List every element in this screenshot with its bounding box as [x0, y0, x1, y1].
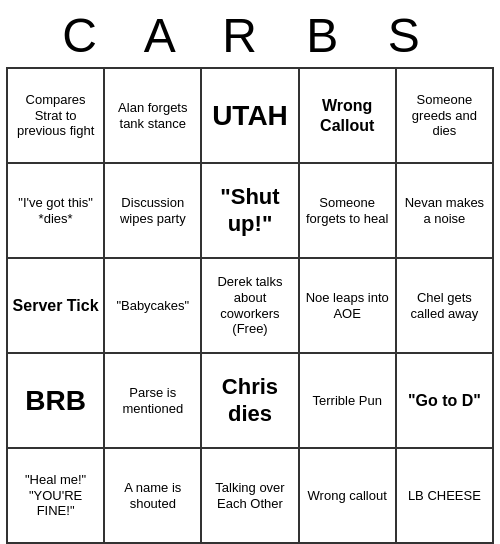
bingo-cell-10[interactable]: Server Tick: [8, 259, 105, 354]
bingo-cell-20[interactable]: "Heal me!" "YOU'RE FINE!": [8, 449, 105, 544]
bingo-title: C A R B S: [0, 0, 500, 67]
bingo-cell-18[interactable]: Terrible Pun: [300, 354, 397, 449]
bingo-cell-17[interactable]: Chris dies: [202, 354, 299, 449]
bingo-cell-21[interactable]: A name is shouted: [105, 449, 202, 544]
bingo-cell-2[interactable]: UTAH: [202, 69, 299, 164]
bingo-cell-14[interactable]: Chel gets called away: [397, 259, 494, 354]
bingo-cell-12[interactable]: Derek talks about coworkers (Free): [202, 259, 299, 354]
bingo-cell-11[interactable]: "Babycakes": [105, 259, 202, 354]
bingo-cell-22[interactable]: Talking over Each Other: [202, 449, 299, 544]
bingo-cell-13[interactable]: Noe leaps into AOE: [300, 259, 397, 354]
bingo-cell-0[interactable]: Compares Strat to previous fight: [8, 69, 105, 164]
bingo-grid: Compares Strat to previous fightAlan for…: [6, 67, 494, 544]
bingo-cell-7[interactable]: "Shut up!": [202, 164, 299, 259]
bingo-cell-6[interactable]: Discussion wipes party: [105, 164, 202, 259]
bingo-cell-4[interactable]: Someone greeds and dies: [397, 69, 494, 164]
bingo-cell-1[interactable]: Alan forgets tank stance: [105, 69, 202, 164]
bingo-cell-3[interactable]: Wrong Callout: [300, 69, 397, 164]
bingo-cell-24[interactable]: LB CHEESE: [397, 449, 494, 544]
bingo-cell-8[interactable]: Someone forgets to heal: [300, 164, 397, 259]
bingo-cell-16[interactable]: Parse is mentioned: [105, 354, 202, 449]
bingo-cell-15[interactable]: BRB: [8, 354, 105, 449]
bingo-cell-19[interactable]: "Go to D": [397, 354, 494, 449]
bingo-cell-23[interactable]: Wrong callout: [300, 449, 397, 544]
bingo-cell-5[interactable]: "I've got this" *dies*: [8, 164, 105, 259]
bingo-cell-9[interactable]: Nevan makes a noise: [397, 164, 494, 259]
